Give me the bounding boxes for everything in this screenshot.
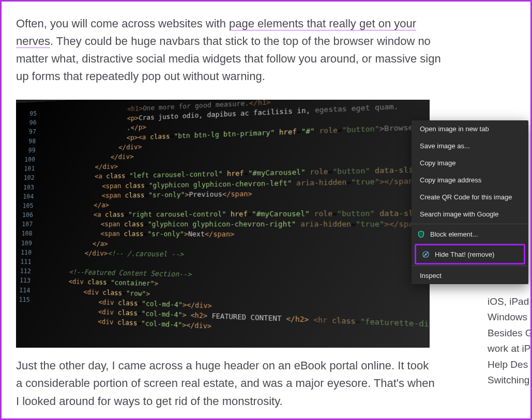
line-number: 110 [16,248,32,258]
code-text: .</p> [127,123,146,132]
menu-item[interactable]: Search image with Google [412,206,528,223]
line-number: 100 [20,155,36,165]
menu-item-block-element[interactable]: Block element... [412,225,528,243]
code-text: <span class="glyphicon glyphicon-chevron… [101,220,423,229]
line-number: 105 [18,201,34,211]
code-text: <div class="row"> [83,288,150,298]
sidebar-line: Help Des [488,357,532,372]
browser-context-menu: Open image in new tabSave image as...Cop… [412,120,528,284]
line-number: 108 [17,229,33,239]
code-text: </a> [93,240,108,248]
code-line: 107 <span class="glyphicon glyphicon-che… [17,219,430,230]
svg-line-2 [423,252,428,257]
line-number: 95 [21,109,37,119]
menu-separator [412,224,528,224]
code-text: <span class="sr-only">Next</span> [100,230,234,239]
sidebar-line: Besides G [488,325,532,341]
menu-item-inspect[interactable]: Inspect [412,267,528,284]
menu-item[interactable]: Create QR Code for this image [412,189,528,206]
sidebar-line: work at iP [488,341,532,356]
line-number: 101 [19,164,35,174]
menu-item[interactable]: Open image in new tab [412,120,528,137]
sidebar-line: Switching [488,372,532,388]
code-text: <a class="right carousel-control" href="… [94,209,430,219]
line-number: 111 [16,257,32,267]
menu-item[interactable]: Save image as... [412,137,528,154]
line-number: 96 [21,118,37,128]
menu-item[interactable]: Copy image [412,154,528,172]
menu-item-hide-that[interactable]: Hide That! (remove) [416,245,524,263]
line-number: 103 [18,183,34,192]
code-text: </div> [118,143,142,151]
code-content: 95 <h1>One more for good measure.</h1>96… [16,100,430,348]
code-text [39,258,40,266]
code-text: </a> [94,201,109,209]
code-screenshot[interactable]: 95 <h1>One more for good measure.</h1>96… [16,100,430,348]
code-text: <span class="sr-only">Previous</span> [101,190,252,199]
line-number: 106 [17,211,33,220]
menu-separator [412,266,528,266]
line-number: 97 [21,128,37,137]
line-number [16,320,29,321]
sidebar-line: Windows [488,309,532,325]
intro-paragraph: Often, you will come across websites wit… [16,15,445,85]
sidebar-partial-text: iOS, iPadWindowsBesides Gwork at iPHelp … [488,294,532,388]
shield-icon [417,230,425,238]
line-number: 99 [20,146,36,155]
menu-item[interactable]: Copy image address [412,172,528,189]
line-number [16,311,29,312]
line-number: 102 [19,174,35,183]
intro-before-link: Often, you will come across websites wit… [16,17,229,30]
sidebar-line: iOS, iPad [488,294,532,309]
code-text: </div><!-- /.carousel --> [85,249,184,258]
intro-after-link: . They could be huge navbars that stick … [16,35,441,83]
line-number: 109 [16,239,32,248]
menu-label: Hide That! (remove) [435,251,494,258]
code-text: <div class="container"> [68,278,158,288]
highlighted-menu-item: Hide That! (remove) [415,244,525,265]
line-number: 115 [16,295,30,305]
line-number: 107 [17,220,33,229]
code-text: </div> [95,163,118,171]
line-number: 113 [16,276,31,286]
eye-off-icon [421,250,430,258]
line-number: 98 [20,136,36,146]
outro-paragraph: Just the other day, I came across a huge… [16,357,435,410]
menu-label: Block element... [430,230,478,238]
code-line: 106 <a class="right carousel-control" hr… [17,208,430,220]
line-number: 114 [16,285,31,295]
line-number: 104 [18,192,34,201]
line-number: 112 [16,267,31,276]
code-text: </div> [111,152,134,161]
